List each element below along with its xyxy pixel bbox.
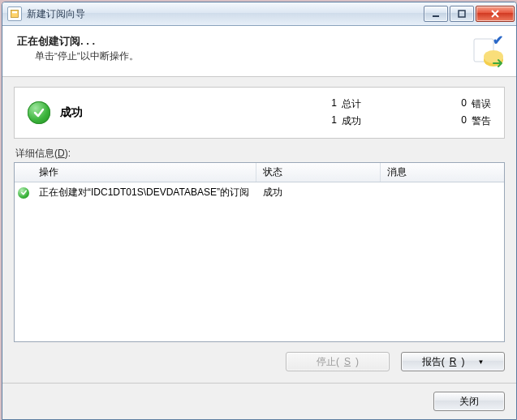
- warning-count: 0: [452, 114, 467, 128]
- col-message[interactable]: 消息: [381, 163, 504, 182]
- close-button[interactable]: [476, 6, 515, 22]
- minimize-button[interactable]: [424, 6, 448, 22]
- success-icon: [28, 101, 50, 124]
- error-count: 0: [452, 97, 467, 111]
- status-counts: 1 总计 0 错误 1 成功 0 警告: [322, 97, 491, 128]
- details-grid[interactable]: 操作 状态 消息 正在创建对“IDC1DT01S\DEVDATABASE”的订阅…: [14, 162, 505, 342]
- svg-rect-3: [459, 11, 465, 17]
- content-area: 成功 1 总计 0 错误 1 成功 0 警告 详细信息(D):: [2, 77, 516, 383]
- wizard-header: 正在创建订阅. . . 单击“停止”以中断操作。 ✔: [2, 26, 516, 77]
- error-label: 错误: [472, 97, 491, 111]
- window-controls: [424, 6, 515, 22]
- dropdown-icon: ▼: [477, 358, 484, 366]
- header-icon: ✔: [469, 34, 505, 70]
- svg-rect-1: [12, 11, 17, 13]
- col-state[interactable]: 状态: [256, 163, 381, 182]
- report-button[interactable]: 报告(R) ▼: [401, 352, 505, 371]
- app-icon: [7, 6, 22, 21]
- header-title: 正在创建订阅. . .: [17, 34, 469, 49]
- grid-header[interactable]: 操作 状态 消息: [15, 163, 504, 182]
- footer: 关闭: [2, 383, 516, 419]
- close-wizard-button[interactable]: 关闭: [433, 392, 505, 411]
- warning-label: 警告: [472, 114, 491, 128]
- maximize-button[interactable]: [450, 6, 474, 22]
- row-success-icon: [18, 187, 29, 199]
- window-title: 新建订阅向导: [27, 7, 424, 21]
- row-message: [380, 184, 504, 201]
- titlebar[interactable]: 新建订阅向导: [2, 2, 516, 26]
- row-operation: 正在创建对“IDC1DT01S\DEVDATABASE”的订阅: [32, 184, 256, 201]
- details-label: 详细信息(D):: [15, 147, 505, 161]
- status-title: 成功: [60, 105, 322, 120]
- checkmark-icon: ✔: [493, 32, 503, 48]
- total-count: 1: [322, 97, 337, 111]
- action-buttons: 停止(S) 报告(R) ▼: [14, 342, 505, 375]
- success-label: 成功: [342, 114, 361, 128]
- wizard-window: 新建订阅向导 正在创建订阅. . . 单击“停止”以中断操作。 ✔: [2, 2, 517, 420]
- client-area: 正在创建订阅. . . 单击“停止”以中断操作。 ✔ 成功: [2, 26, 516, 419]
- grid-body[interactable]: 正在创建对“IDC1DT01S\DEVDATABASE”的订阅 成功: [15, 182, 504, 341]
- svg-rect-0: [11, 11, 19, 18]
- success-count: 1: [322, 114, 337, 128]
- stop-button: 停止(S): [286, 352, 390, 371]
- status-summary: 成功 1 总计 0 错误 1 成功 0 警告: [14, 87, 505, 139]
- row-state: 成功: [256, 184, 381, 201]
- header-subtitle: 单击“停止”以中断操作。: [35, 50, 469, 62]
- table-row[interactable]: 正在创建对“IDC1DT01S\DEVDATABASE”的订阅 成功: [15, 182, 504, 203]
- col-operation[interactable]: 操作: [32, 163, 256, 182]
- total-label: 总计: [342, 97, 361, 111]
